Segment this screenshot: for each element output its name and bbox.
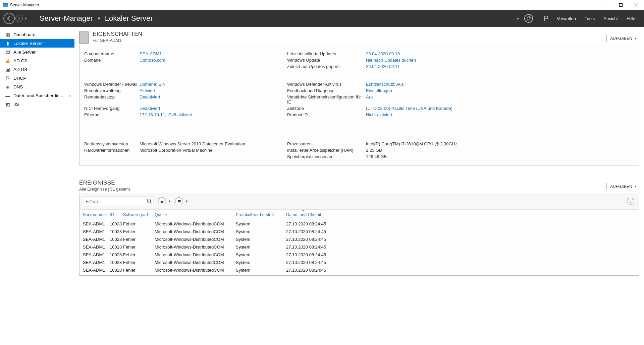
col-header-log[interactable]: Protokoll wird erstellt bbox=[236, 212, 286, 217]
table-row[interactable]: SEA-ADM110028FehlerMicrosoft-Windows-Dis… bbox=[79, 228, 639, 235]
close-button[interactable] bbox=[629, 0, 644, 10]
prop-label: Speicherplatz insgesamt bbox=[287, 154, 366, 159]
prop-value[interactable]: Aus bbox=[366, 94, 634, 105]
prop-value[interactable]: Deaktiviert bbox=[140, 94, 287, 105]
notifications-flag-icon[interactable] bbox=[543, 15, 550, 22]
prop-value[interactable]: 29.04.2020 09:11 bbox=[366, 64, 634, 69]
sidebar-item-file-storage[interactable]: ▬ Datei- und Speicherdie... ▷ bbox=[0, 91, 74, 100]
prop-value[interactable]: Einstellungen bbox=[366, 88, 634, 93]
menu-ansicht[interactable]: Ansicht bbox=[601, 16, 620, 21]
minimize-button[interactable] bbox=[598, 0, 613, 10]
prop-value: 126,46 GB bbox=[366, 154, 634, 159]
prop-value[interactable]: Aktiviert bbox=[140, 88, 287, 93]
prop-value[interactable]: Nicht aktiviert bbox=[366, 112, 634, 117]
events-filter-bar: ☰ ▼ ⬒ ▼ ⌄ bbox=[79, 193, 639, 210]
cell-date: 27.10.2020 08:24:45 bbox=[286, 260, 340, 265]
dns-icon: ◈ bbox=[5, 84, 11, 89]
cell-log: System bbox=[236, 260, 286, 265]
nav-history-dropdown[interactable]: ▼ bbox=[24, 17, 28, 20]
events-tasks-button[interactable]: AUFGABEN bbox=[606, 183, 639, 190]
col-header-server[interactable]: Servername bbox=[83, 212, 110, 217]
directory-icon: ▣ bbox=[5, 67, 11, 72]
properties-header: EIGENSCHAFTEN Für SEA-ADM1 AUFGABEN bbox=[79, 31, 639, 44]
prop-label: Product ID bbox=[287, 112, 366, 117]
prop-value[interactable]: 29.04.2020 09:18 bbox=[366, 51, 634, 56]
prop-label bbox=[84, 154, 140, 159]
breadcrumb-root[interactable]: Server-Manager bbox=[40, 14, 93, 22]
col-header-source[interactable]: Quelle bbox=[155, 212, 236, 217]
sidebar-item-label: AD DS bbox=[13, 67, 27, 72]
prop-value[interactable]: (UTC-08:00) Pacific Time (USA und Kanada… bbox=[366, 106, 634, 111]
sort-indicator-icon: ▼ bbox=[302, 209, 305, 212]
svg-point-6 bbox=[147, 199, 151, 202]
cell-id: 10028 bbox=[110, 252, 123, 257]
divider bbox=[538, 14, 538, 23]
sidebar-item-local-server[interactable]: ▮ Lokaler Server bbox=[0, 39, 74, 48]
expand-panel-button[interactable]: ⌄ bbox=[627, 198, 634, 205]
prop-value: 1,23 GB bbox=[366, 148, 634, 153]
prop-label: NIC-Teamvorgang bbox=[84, 106, 140, 111]
cell-src: Microsoft-Windows-DistributedCOM bbox=[155, 237, 236, 242]
sidebar: ▦ Dashboard ▮ Lokaler Server ▤ Alle Serv… bbox=[0, 27, 74, 345]
prop-label: Hardwareinformationen bbox=[84, 148, 140, 153]
prop-value[interactable]: Echtzeitschutz: Aus bbox=[366, 82, 634, 87]
refresh-button[interactable] bbox=[524, 14, 533, 23]
cell-id: 10028 bbox=[110, 229, 123, 234]
chevron-down-icon[interactable]: ▼ bbox=[168, 200, 171, 203]
table-row[interactable]: SEA-ADM110028FehlerMicrosoft-Windows-Dis… bbox=[79, 251, 639, 259]
nav-back-button[interactable] bbox=[3, 13, 15, 24]
sidebar-item-adcs[interactable]: 🔒 AD CS bbox=[0, 56, 74, 65]
sidebar-item-all-servers[interactable]: ▤ Alle Server bbox=[0, 48, 74, 56]
sidebar-item-dns[interactable]: ◈ DNS bbox=[0, 82, 74, 91]
table-row[interactable]: SEA-ADM110028FehlerMicrosoft-Windows-Dis… bbox=[79, 259, 639, 266]
cell-id: 10028 bbox=[110, 237, 123, 242]
maximize-button[interactable] bbox=[613, 0, 629, 10]
chevron-right-icon: • bbox=[98, 14, 100, 22]
chevron-down-icon[interactable]: ▼ bbox=[185, 200, 188, 203]
prop-label: Remoteverwaltung bbox=[84, 88, 140, 93]
prop-label: Computername bbox=[84, 51, 140, 56]
nav-forward-button[interactable] bbox=[15, 15, 23, 22]
cell-log: System bbox=[236, 237, 286, 242]
breadcrumb-current: Lokaler Server bbox=[105, 14, 153, 22]
filter-options-button[interactable]: ☰ bbox=[158, 197, 166, 205]
events-table-body[interactable]: SEA-ADM110028FehlerMicrosoft-Windows-Dis… bbox=[79, 220, 639, 275]
cell-sev: Fehler bbox=[123, 221, 155, 226]
prop-value[interactable]: Domäne: Ein bbox=[140, 82, 287, 87]
prop-value bbox=[140, 64, 287, 69]
table-row[interactable]: SEA-ADM110028FehlerMicrosoft-Windows-Dis… bbox=[79, 243, 639, 251]
save-filter-button[interactable]: ⬒ bbox=[175, 197, 183, 205]
table-row[interactable]: SEA-ADM110028FehlerMicrosoft-Windows-Dis… bbox=[79, 220, 639, 228]
col-header-id[interactable]: ID bbox=[110, 212, 123, 217]
cell-server: SEA-ADM1 bbox=[83, 245, 110, 250]
events-table-header: ▼ Servername ID Schweregrad Quelle Proto… bbox=[79, 210, 639, 220]
sidebar-item-iis[interactable]: ◩ IIS bbox=[0, 100, 74, 109]
sidebar-item-dashboard[interactable]: ▦ Dashboard bbox=[0, 30, 74, 39]
prop-value[interactable]: Deaktiviert bbox=[140, 106, 287, 111]
menu-hilfe[interactable]: Hilfe bbox=[625, 16, 637, 21]
toolbar-caret-icon[interactable]: ▼ bbox=[516, 17, 520, 20]
cell-log: System bbox=[236, 252, 286, 257]
col-header-severity[interactable]: Schweregrad bbox=[123, 212, 155, 217]
search-icon[interactable] bbox=[147, 198, 152, 205]
prop-label: Feedback und Diagnose bbox=[287, 88, 366, 93]
cell-id: 10028 bbox=[110, 221, 123, 226]
prop-value[interactable]: Contoso.com bbox=[140, 58, 287, 63]
events-subtitle: Alle Ereignisse | 51 gesamt bbox=[79, 187, 130, 192]
server-icon: ▮ bbox=[5, 41, 11, 46]
prop-value[interactable]: Nie nach Updates suchen bbox=[366, 58, 634, 63]
menu-verwalten[interactable]: Verwalten bbox=[555, 16, 578, 21]
sidebar-item-adds[interactable]: ▣ AD DS bbox=[0, 65, 74, 74]
prop-value[interactable]: SEA-ADM1 bbox=[140, 51, 287, 56]
table-row[interactable]: SEA-ADM110028FehlerMicrosoft-Windows-Dis… bbox=[79, 235, 639, 243]
titlebar: Server-Manager bbox=[0, 0, 644, 10]
menu-tools[interactable]: Tools bbox=[583, 16, 597, 21]
prop-value bbox=[140, 154, 287, 159]
prop-value[interactable]: 172.16.10.11, IPv6 aktiviert bbox=[140, 112, 287, 117]
sidebar-item-dhcp[interactable]: ⎘ DHCP bbox=[0, 74, 74, 82]
properties-tasks-button[interactable]: AUFGABEN bbox=[606, 35, 639, 42]
events-filter-input[interactable] bbox=[83, 197, 154, 206]
col-header-date[interactable]: Datum und Uhrzeit bbox=[286, 212, 340, 217]
table-row[interactable]: SEA-ADM110028FehlerMicrosoft-Windows-Dis… bbox=[79, 266, 639, 274]
cell-id: 10028 bbox=[110, 268, 123, 273]
